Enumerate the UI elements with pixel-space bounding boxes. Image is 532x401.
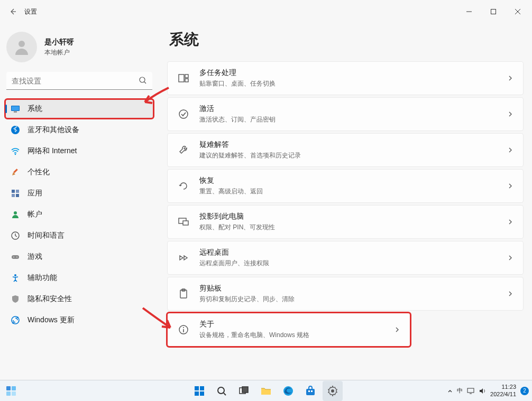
sidebar-item-label: 蓝牙和其他设备 xyxy=(27,125,79,135)
svg-rect-35 xyxy=(200,386,204,390)
project-icon xyxy=(177,216,190,228)
svg-rect-4 xyxy=(12,106,19,110)
card-title: 投影到此电脑 xyxy=(199,212,507,221)
svg-rect-44 xyxy=(311,390,313,392)
clock[interactable]: 11:23 2022/4/11 xyxy=(490,384,516,397)
card-remote[interactable]: 远程桌面远程桌面用户、连接权限 xyxy=(167,241,524,275)
volume-icon[interactable] xyxy=(479,387,486,395)
svg-rect-20 xyxy=(179,74,184,82)
time-icon xyxy=(11,231,20,240)
search-input[interactable] xyxy=(6,72,152,90)
card-clipboard[interactable]: 剪贴板剪切和复制历史记录、同步、清除 xyxy=(167,277,524,311)
card-activation[interactable]: 激活激活状态、订阅、产品密钥 xyxy=(167,97,524,131)
start-button[interactable] xyxy=(189,381,209,401)
card-subtitle: 建议的疑难解答、首选项和历史记录 xyxy=(199,151,507,160)
titlebar: 设置 xyxy=(0,0,532,23)
widgets-button[interactable] xyxy=(1,381,21,401)
notification-badge[interactable]: 2 xyxy=(520,387,529,395)
svg-rect-34 xyxy=(195,386,199,390)
user-name: 是小轩呀 xyxy=(44,38,74,47)
maximize-button[interactable] xyxy=(481,3,506,20)
card-subtitle: 剪切和复制历史记录、同步、清除 xyxy=(199,295,507,304)
card-multitask[interactable]: 多任务处理贴靠窗口、桌面、任务切换 xyxy=(167,61,524,95)
settings-button[interactable] xyxy=(323,381,343,401)
minimize-button[interactable] xyxy=(457,3,481,20)
close-button[interactable] xyxy=(506,3,530,20)
sidebar-item-network[interactable]: 网络和 Internet xyxy=(5,142,153,161)
card-title: 多任务处理 xyxy=(199,68,507,78)
sidebar-item-label: 网络和 Internet xyxy=(27,146,77,156)
svg-rect-36 xyxy=(195,391,199,396)
search-button[interactable] xyxy=(212,381,232,401)
svg-rect-37 xyxy=(200,391,204,396)
svg-rect-11 xyxy=(12,194,15,197)
svg-rect-43 xyxy=(308,390,310,392)
window-controls xyxy=(457,3,530,20)
user-block[interactable]: 是小轩呀 本地帐户 xyxy=(6,32,153,62)
about-icon xyxy=(177,323,190,336)
card-troubleshoot[interactable]: 疑难解答建议的疑难解答、首选项和历史记录 xyxy=(167,133,524,167)
sidebar-item-label: 个性化 xyxy=(27,167,50,177)
chevron-right-icon xyxy=(507,75,513,81)
back-button[interactable] xyxy=(2,1,23,22)
sidebar-item-time[interactable]: 时间和语言 xyxy=(5,226,153,245)
remote-icon xyxy=(177,251,190,264)
svg-rect-12 xyxy=(16,194,19,197)
accounts-icon xyxy=(11,210,20,219)
search-icon xyxy=(139,76,147,85)
taskview-icon xyxy=(239,386,249,396)
nav-list: 系统蓝牙和其他设备网络和 Internet个性化应用帐户时间和语言游戏辅助功能隐… xyxy=(5,99,153,330)
taskview-button[interactable] xyxy=(234,381,254,401)
svg-rect-32 xyxy=(6,391,11,396)
svg-point-23 xyxy=(179,110,188,118)
svg-rect-40 xyxy=(242,387,248,393)
sidebar-item-system[interactable]: 系统 xyxy=(5,99,153,118)
svg-point-17 xyxy=(16,257,17,258)
card-subtitle: 激活状态、订阅、产品密钥 xyxy=(199,115,507,124)
card-title: 疑难解答 xyxy=(199,140,507,150)
sidebar-item-gaming[interactable]: 游戏 xyxy=(5,247,153,266)
svg-rect-46 xyxy=(467,388,474,393)
card-project[interactable]: 投影到此电脑权限、配对 PIN、可发现性 xyxy=(167,205,524,239)
sidebar-item-personalization[interactable]: 个性化 xyxy=(5,163,153,182)
sidebar-item-update[interactable]: Windows 更新 xyxy=(5,311,153,330)
svg-point-38 xyxy=(218,387,224,394)
main-panel: 系统 多任务处理贴靠窗口、桌面、任务切换激活激活状态、订阅、产品密钥疑难解答建议… xyxy=(159,23,532,380)
tray-chevron-icon[interactable] xyxy=(447,388,453,394)
chevron-right-icon xyxy=(394,327,400,333)
sidebar-item-bluetooth[interactable]: 蓝牙和其他设备 xyxy=(5,120,153,139)
svg-point-2 xyxy=(140,77,145,82)
card-about[interactable]: 关于设备规格，重命名电脑、Windows 规格 xyxy=(167,313,410,347)
date-text: 2022/4/11 xyxy=(490,391,516,398)
store-button[interactable] xyxy=(300,381,320,401)
card-title: 关于 xyxy=(199,320,394,329)
sidebar-item-accessibility[interactable]: 辅助功能 xyxy=(5,268,153,287)
taskbar-left xyxy=(1,381,21,401)
gear-icon xyxy=(327,385,338,397)
sidebar: 是小轩呀 本地帐户 系统蓝牙和其他设备网络和 Internet个性化应用帐户时间… xyxy=(0,23,159,380)
network-icon xyxy=(11,146,20,156)
sidebar-item-label: 帐户 xyxy=(27,210,42,219)
card-subtitle: 远程桌面用户、连接权限 xyxy=(199,259,507,268)
card-subtitle: 贴靠窗口、桌面、任务切换 xyxy=(199,79,507,88)
ime-indicator[interactable]: 中 xyxy=(457,387,463,395)
edge-button[interactable] xyxy=(278,381,298,401)
taskbar: 中 11:23 2022/4/11 2 xyxy=(0,380,532,401)
taskbar-right: 中 11:23 2022/4/11 2 xyxy=(447,384,529,397)
explorer-button[interactable] xyxy=(256,381,276,401)
sidebar-item-privacy[interactable]: 隐私和安全性 xyxy=(5,290,153,309)
sidebar-item-apps[interactable]: 应用 xyxy=(5,184,153,203)
folder-icon xyxy=(260,385,272,397)
svg-rect-15 xyxy=(12,255,19,259)
network-icon[interactable] xyxy=(467,387,474,395)
user-subtitle: 本地帐户 xyxy=(44,48,74,57)
card-subtitle: 设备规格，重命名电脑、Windows 规格 xyxy=(199,331,394,340)
card-title: 剪贴板 xyxy=(199,284,507,293)
card-recovery[interactable]: 恢复重置、高级启动、返回 xyxy=(167,169,524,203)
app-title: 设置 xyxy=(24,7,37,16)
sidebar-item-accounts[interactable]: 帐户 xyxy=(5,205,153,224)
windows-icon xyxy=(194,385,205,397)
personalization-icon xyxy=(11,167,20,177)
svg-rect-9 xyxy=(12,190,15,193)
svg-point-29 xyxy=(183,327,184,328)
